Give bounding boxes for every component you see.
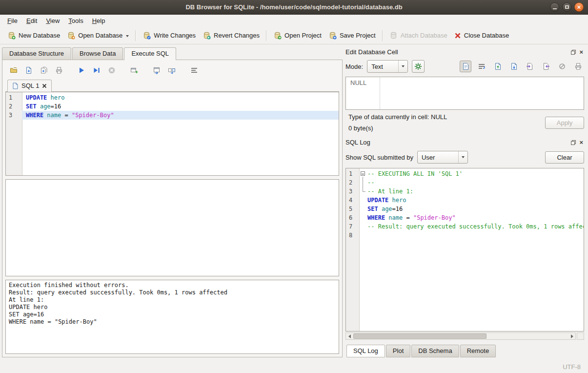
- titlebar[interactable]: DB Browser for SQLite - /home/user/code/…: [0, 0, 588, 15]
- main-tab-database-structure[interactable]: Database Structure: [2, 47, 71, 60]
- main-tab-browse-data[interactable]: Browse Data: [72, 47, 123, 60]
- mode-label: Mode:: [345, 63, 363, 70]
- log-scroll-row: [345, 332, 584, 340]
- minimize-button[interactable]: [550, 2, 559, 12]
- fold-column: [359, 222, 367, 231]
- print-sql-icon[interactable]: [55, 66, 63, 75]
- print-cell-icon[interactable]: [572, 61, 584, 72]
- open-database-label: Open Database: [78, 32, 122, 39]
- wrap-lines-icon[interactable]: [476, 61, 487, 72]
- edit-cell-toolbar: Mode: Text: [345, 59, 584, 74]
- find-replace-icon[interactable]: [167, 66, 176, 75]
- line-number: 3: [346, 187, 359, 196]
- open-new-tab-icon[interactable]: [130, 66, 139, 75]
- import-icon[interactable]: [524, 61, 536, 72]
- results-grid[interactable]: [5, 179, 339, 276]
- revert-changes-button[interactable]: Revert Changes: [199, 29, 263, 42]
- new-database-button[interactable]: New Database: [4, 29, 63, 42]
- close-panel-icon[interactable]: [579, 49, 583, 55]
- menu-item-help[interactable]: Help: [88, 16, 110, 26]
- text-view-icon[interactable]: [460, 61, 471, 72]
- code-line: 3-- At line 1:: [346, 187, 584, 196]
- code-line: 3WHERE name = "Spider-Boy": [6, 111, 339, 120]
- save-sql-file-icon[interactable]: [24, 66, 33, 75]
- scroll-left-icon[interactable]: [346, 333, 353, 339]
- log-filter-label: Show SQL submitted by: [345, 154, 413, 161]
- line-number: 4: [346, 196, 359, 205]
- write-changes-button[interactable]: Write Changes: [139, 29, 199, 42]
- code-line: 6WHERE name = "Spider-Boy": [346, 213, 584, 222]
- open-sql-file-icon[interactable]: [9, 66, 18, 75]
- new-database-label: New Database: [19, 32, 60, 39]
- statusbar: UTF-8: [0, 360, 588, 373]
- float-panel-icon[interactable]: [572, 140, 576, 144]
- messages-pane[interactable]: Execution finished without errors. Resul…: [5, 280, 339, 354]
- sql-tab[interactable]: SQL 1: [7, 80, 52, 92]
- save-project-button[interactable]: Save Project: [325, 29, 379, 42]
- dock-tab-plot[interactable]: Plot: [386, 345, 410, 357]
- database-open-icon: [67, 31, 75, 40]
- sql-editor[interactable]: 1UPDATE hero2SET age=163WHERE name = "Sp…: [5, 92, 339, 176]
- open-in-window-icon[interactable]: [152, 66, 161, 75]
- project-save-icon: [328, 31, 337, 40]
- main-tab-execute-sql[interactable]: Execute SQL: [124, 47, 176, 60]
- maximize-button[interactable]: [562, 2, 571, 12]
- cell-size-info: 0 byte(s): [348, 124, 545, 132]
- save-as-file-icon[interactable]: [508, 61, 520, 72]
- menu-item-edit[interactable]: Edit: [22, 16, 41, 26]
- cell-editor[interactable]: NULL: [345, 77, 584, 110]
- dock-tab-remote[interactable]: Remote: [460, 345, 496, 357]
- cell-settings-button[interactable]: [412, 60, 425, 73]
- menu-item-tools[interactable]: Tools: [64, 16, 87, 26]
- close-panel-icon[interactable]: [579, 139, 583, 145]
- dock-tab-sql-log[interactable]: SQL Log: [346, 345, 385, 357]
- scroll-right-icon[interactable]: [568, 333, 575, 339]
- sql-tab-bar: SQL 1: [5, 78, 339, 92]
- cell-icon-group: [460, 61, 584, 72]
- execute-sql-icon[interactable]: [77, 66, 86, 75]
- menu-item-file[interactable]: File: [3, 16, 22, 26]
- text-format-icon[interactable]: [190, 66, 199, 75]
- edit-cell-dock-controls: [572, 49, 584, 55]
- main-toolbar: New Database Open Database Write Changes…: [0, 27, 588, 44]
- close-database-label: Close Database: [464, 32, 509, 39]
- scrollbar-thumb[interactable]: [353, 333, 487, 339]
- open-database-button[interactable]: Open Database: [63, 29, 132, 42]
- apply-button[interactable]: Apply: [545, 117, 584, 129]
- line-number: 3: [6, 111, 22, 120]
- log-filter-select[interactable]: User: [417, 151, 468, 164]
- menu-item-view[interactable]: View: [41, 16, 64, 26]
- close-button[interactable]: [574, 2, 584, 12]
- code-line: 5SET age=16: [346, 205, 584, 213]
- fold-column: [359, 213, 367, 222]
- main-tab-bar: Database StructureBrowse DataExecute SQL: [2, 47, 343, 60]
- close-icon: [577, 3, 581, 11]
- window-controls: [550, 2, 584, 12]
- set-null-icon[interactable]: [556, 61, 568, 72]
- clear-log-button[interactable]: Clear: [545, 151, 584, 164]
- close-tab-icon[interactable]: [42, 83, 47, 88]
- open-database-dropdown-icon[interactable]: [126, 35, 129, 37]
- sql-file-icon: [12, 83, 19, 89]
- dock-tab-db-schema[interactable]: DB Schema: [411, 345, 459, 357]
- fold-marker-icon[interactable]: [359, 169, 367, 178]
- line-number: 1: [346, 169, 359, 178]
- save-sql-as-icon[interactable]: [40, 66, 48, 75]
- sql-log-view[interactable]: 1-- EXECUTING ALL IN 'SQL 1'2--3-- At li…: [345, 168, 584, 332]
- close-database-button[interactable]: Close Database: [451, 29, 513, 41]
- log-hscrollbar[interactable]: [345, 332, 576, 340]
- code-line: 1-- EXECUTING ALL IN 'SQL 1': [346, 169, 584, 178]
- export-icon[interactable]: [540, 61, 552, 72]
- open-project-button[interactable]: Open Project: [270, 29, 325, 42]
- window-title: DB Browser for SQLite - /home/user/code/…: [185, 3, 402, 11]
- cell-value: NULL: [350, 79, 366, 86]
- float-panel-icon[interactable]: [572, 50, 576, 54]
- stop-execution-icon[interactable]: [107, 66, 116, 75]
- gear-icon: [415, 63, 422, 70]
- open-file-icon[interactable]: [492, 61, 504, 72]
- mode-select[interactable]: Text: [367, 60, 408, 73]
- execute-current-line-icon[interactable]: [92, 66, 101, 75]
- scrollbar-corner: [577, 332, 584, 340]
- sql-log-dock-controls: [572, 139, 584, 145]
- sql-log-header: SQL Log: [345, 137, 584, 147]
